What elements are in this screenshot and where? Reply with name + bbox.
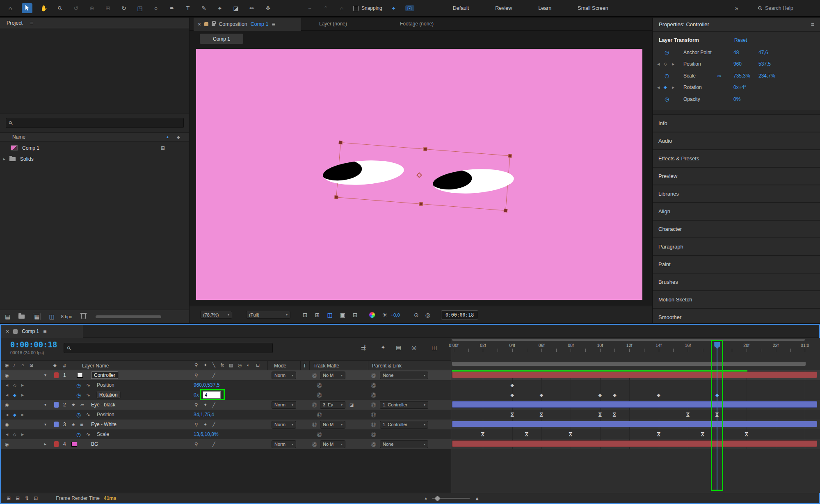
keyframe[interactable]: ⋈ — [539, 412, 544, 417]
parent-pickwhip-icon[interactable]: @ — [371, 442, 376, 447]
zoom-in-mountain-icon[interactable]: ▲ — [475, 496, 480, 501]
layer-name[interactable]: Eye - black — [91, 400, 115, 410]
properties-panel-menu-icon[interactable]: ≡ — [811, 22, 814, 27]
keyframe[interactable]: ⋈ — [656, 432, 662, 437]
parent-pickwhip-icon[interactable]: @ — [371, 422, 376, 427]
expand-chevron-icon[interactable]: ▾ — [44, 420, 46, 429]
parent-dropdown[interactable]: None▾ — [380, 372, 428, 379]
blend-mode-dropdown[interactable]: Norm▾ — [272, 401, 296, 409]
workspace-tab-small-screen[interactable]: Small Screen — [578, 5, 608, 11]
keyframe-toggle-icon[interactable]: ◇ — [13, 429, 16, 439]
view-axis-mode-icon[interactable]: ⌂ — [337, 5, 346, 11]
workspace-tab-review[interactable]: Review — [495, 5, 512, 11]
trash-icon[interactable] — [81, 314, 86, 319]
brush-tool-icon[interactable]: ✎ — [199, 5, 208, 11]
graph-icon[interactable]: ∿ — [86, 429, 90, 439]
opacity-value[interactable]: 0% — [733, 96, 740, 102]
panel-header-effects-presets[interactable]: Effects & Presets — [653, 149, 820, 167]
selection-handle[interactable] — [419, 202, 423, 206]
composition-canvas[interactable] — [196, 49, 642, 300]
matte-pickwhip-icon[interactable]: @ — [312, 373, 317, 378]
world-axis-mode-icon[interactable]: ⌃ — [321, 5, 330, 11]
draft-3d-icon[interactable]: ✦ — [381, 344, 386, 350]
expand-transfer-controls-icon[interactable]: ⊟ — [16, 496, 20, 501]
property-pickwhip-icon[interactable]: @ — [317, 432, 322, 437]
prev-keyframe-icon[interactable]: ◀ — [657, 62, 660, 66]
property-pickwhip-icon[interactable]: @ — [317, 383, 322, 388]
mode-column-header[interactable]: Mode — [274, 363, 286, 369]
zoom-out-mountain-icon[interactable]: ▲ — [424, 497, 428, 500]
close-tab-icon[interactable]: × — [6, 328, 9, 334]
keyframe-toggle-icon[interactable]: ◇ — [13, 380, 16, 390]
layer-row-controller[interactable]: ◉ ▾ 1 Controller ⚲ ╱ Norm▾ @ No M▾ @ Non… — [1, 370, 451, 380]
stopwatch-icon[interactable]: ◷ — [665, 49, 669, 55]
zoom-slider-handle[interactable] — [435, 496, 440, 501]
panel-header-character[interactable]: Character — [653, 220, 820, 237]
parent-dropdown[interactable]: None▾ — [380, 440, 428, 448]
expand-in-out-icon[interactable]: ⇅ — [25, 496, 29, 501]
next-keyframe-icon[interactable]: ▶ — [672, 86, 674, 89]
layer-viewer-tab[interactable]: Layer (none) — [319, 21, 347, 27]
shape-tool-icon[interactable]: ○ — [151, 5, 160, 11]
expand-chevron-icon[interactable]: ▸ — [44, 439, 46, 449]
timeline-zoom-slider[interactable] — [432, 498, 470, 499]
selection-handle[interactable] — [423, 147, 427, 151]
matte-pickwhip-icon[interactable]: @ — [312, 422, 317, 427]
property-row-eyewhite-scale[interactable]: ◀ ◇ ▶ ◷ ∿ Scale 13,6,10,8% @ @ — [1, 429, 451, 439]
visibility-eye-icon[interactable]: ◉ — [5, 439, 9, 449]
snapping-checkbox[interactable] — [353, 6, 359, 11]
panel-header-smoother[interactable]: Smoother — [653, 308, 820, 323]
label-color-chip[interactable] — [54, 441, 59, 447]
graph-icon[interactable]: ∿ — [86, 380, 90, 390]
selection-handle[interactable] — [508, 154, 512, 158]
pan-behind-tool-icon[interactable]: ◳ — [135, 5, 144, 11]
layer-name-column-header[interactable]: Layer Name — [82, 363, 109, 369]
layer-bar-bg[interactable] — [452, 440, 817, 447]
type-tool-icon[interactable]: T — [183, 5, 192, 11]
expand-layer-switches-icon[interactable]: ⊞ — [7, 496, 11, 501]
resolution-dropdown[interactable]: (Full)▾ — [246, 311, 290, 319]
next-keyframe-icon[interactable]: ▶ — [21, 429, 24, 439]
timeline-graph-area[interactable]: 0:00f02f04f06f08f10f12f14f16f18f20f22f01… — [451, 338, 820, 493]
flowchart-network-icon[interactable]: ⊞ — [161, 146, 165, 151]
rotation-value[interactable]: 0x+4° — [733, 84, 746, 90]
track-matte-dropdown[interactable]: 3. Ey▾ — [320, 401, 345, 409]
link-scale-icon[interactable]: ∞ — [717, 73, 721, 79]
property-row-controller-rotation[interactable]: ◀ ◆ ▶ ◷ ∿ Rotation 0x @ @ — [1, 390, 451, 400]
selection-tool-icon[interactable] — [22, 3, 32, 13]
label-color-chip[interactable] — [54, 402, 59, 408]
scale-x-value[interactable]: 735,3% — [733, 73, 750, 79]
panel-header-motion-sketch[interactable]: Motion Sketch — [653, 290, 820, 308]
expand-chevron-icon[interactable]: ▾ — [44, 400, 46, 410]
composition-mini-flowchart-icon[interactable]: ⇶ — [361, 344, 366, 350]
stopwatch-icon[interactable]: ◷ — [76, 380, 81, 390]
expand-chevron-icon[interactable]: ▸ — [3, 157, 5, 161]
parent-pickwhip-icon[interactable]: @ — [371, 402, 376, 408]
blend-mode-dropdown[interactable]: Norm▾ — [272, 421, 296, 429]
property-label[interactable]: Position — [97, 410, 114, 420]
footage-viewer-tab[interactable]: Footage (none) — [400, 21, 434, 27]
parent-pickwhip-icon[interactable]: @ — [371, 373, 376, 378]
matte-pickwhip-icon[interactable]: @ — [312, 402, 317, 408]
visibility-eye-icon[interactable]: ◉ — [5, 420, 9, 429]
property-row-controller-position[interactable]: ◀ ◇ ▶ ◷ ∿ Position 960,0,537,5 @ @ — [1, 380, 451, 390]
exposure-value[interactable]: +0,0 — [391, 312, 400, 317]
eraser-tool-icon[interactable]: ◪ — [231, 5, 240, 11]
exposure-icon[interactable]: ☀ — [382, 312, 388, 318]
position-y-value[interactable]: 537,5 — [758, 61, 771, 67]
work-area-bar[interactable] — [452, 362, 806, 366]
current-time-display[interactable]: 0:00:00:18 — [10, 340, 57, 349]
grid-guides-icon[interactable]: ⊞ — [315, 312, 320, 318]
expand-chevron-icon[interactable]: ▾ — [44, 370, 46, 380]
keyframe[interactable]: ⋈ — [509, 412, 515, 417]
collapse-switch-icon[interactable]: ✦ — [203, 400, 207, 410]
quality-switch-icon[interactable]: ╱ — [212, 439, 215, 449]
home-icon[interactable]: ⌂ — [6, 5, 15, 11]
sort-ascending-icon[interactable]: ▲ — [166, 135, 169, 139]
keyframe[interactable]: ◆ — [540, 392, 543, 398]
stopwatch-icon[interactable]: ◷ — [76, 410, 81, 420]
quality-switch-icon[interactable]: ╱ — [212, 370, 215, 380]
position-x-value[interactable]: 960 — [733, 61, 742, 67]
layer-row-eye-white[interactable]: ◉ ▾ 3 ★ ◙ Eye - White ⚲ ✦ ╱ Norm▾ @ No M… — [1, 420, 451, 429]
orbit-camera-tool-icon[interactable]: ↺ — [71, 5, 80, 11]
